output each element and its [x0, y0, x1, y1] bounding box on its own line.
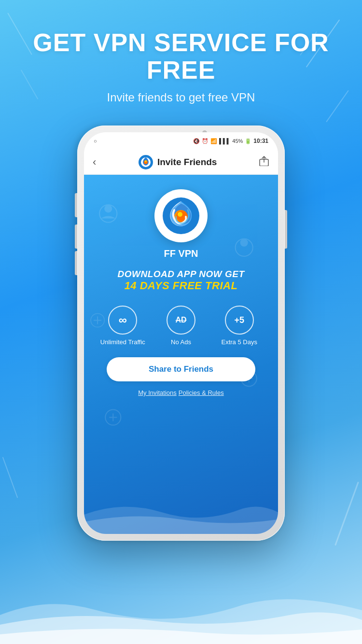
infinity-icon: ∞: [119, 313, 127, 327]
phone-outer: ○ 🔇 ⏰ 📶 ▌▌▌ 45% 🔋 10:31 ‹: [77, 126, 285, 541]
extra-days-label: Extra 5 Days: [221, 338, 257, 346]
app-bottom-wave: [84, 495, 278, 534]
battery-icon: 🔋: [245, 138, 251, 144]
app-logo-circle: [154, 189, 208, 242]
share-button-header[interactable]: [259, 155, 269, 168]
time-display: 10:31: [253, 138, 268, 144]
wifi-icon: 📶: [210, 138, 217, 144]
battery-percentage: 45%: [232, 138, 243, 144]
svg-point-9: [105, 409, 121, 425]
page-bottom-wave: [0, 586, 362, 644]
svg-point-5: [99, 205, 117, 222]
no-ads-icon-circle: AD: [167, 306, 195, 335]
svg-point-3: [145, 160, 147, 162]
main-title: GET VPN SERVICE FOR FREE: [0, 29, 362, 84]
app-header: ‹ Invite Friends: [84, 150, 278, 175]
svg-point-15: [178, 212, 182, 217]
vpn-logo-small: [138, 154, 153, 170]
header-title-group: Invite Friends: [138, 154, 217, 170]
links-row: My Invitations Policies & Rules: [138, 389, 223, 396]
phone-mockup: ○ 🔇 ⏰ 📶 ▌▌▌ 45% 🔋 10:31 ‹: [77, 126, 285, 541]
feature-extra-days: +5 Extra 5 Days: [210, 306, 268, 346]
header-title-text: Invite Friends: [157, 157, 217, 168]
status-bar: ○ 🔇 ⏰ 📶 ▌▌▌ 45% 🔋 10:31: [84, 132, 278, 150]
features-row: ∞ Unlimited Traffic AD No Ads +5: [94, 306, 268, 346]
alarm-icon: ⏰: [202, 138, 209, 144]
extra-days-icon-circle: +5: [225, 306, 254, 335]
share-icon: [259, 155, 269, 166]
subtitle: Invite friends to get free VPN: [0, 91, 362, 104]
promo-line2: 14 DAYS FREE TRIAL: [118, 280, 245, 292]
share-button-label: Share to Friends: [149, 364, 213, 374]
app-content: FF VPN DOWNLOAD APP NOW GET 14 DAYS FREE…: [84, 175, 278, 534]
promo-text: DOWNLOAD APP NOW GET 14 DAYS FREE TRIAL: [118, 269, 245, 292]
feature-no-ads: AD No Ads: [152, 306, 210, 346]
svg-point-6: [104, 205, 112, 212]
share-to-friends-button[interactable]: Share to Friends: [107, 357, 255, 381]
no-ads-icon: AD: [175, 316, 186, 324]
status-left-icon: ○: [94, 138, 97, 144]
my-invitations-link[interactable]: My Invitations: [138, 389, 176, 396]
policies-rules-link[interactable]: Policies & Rules: [179, 389, 224, 396]
promo-line1: DOWNLOAD APP NOW GET: [118, 269, 245, 280]
feature-unlimited-traffic: ∞ Unlimited Traffic: [94, 306, 152, 346]
unlimited-traffic-icon-circle: ∞: [108, 306, 137, 335]
no-ads-label: No Ads: [171, 338, 191, 346]
back-button[interactable]: ‹: [93, 156, 96, 168]
phone-inner: ○ 🔇 ⏰ 📶 ▌▌▌ 45% 🔋 10:31 ‹: [84, 132, 278, 534]
svg-point-8: [240, 239, 248, 247]
mute-icon: 🔇: [193, 138, 200, 144]
app-logo-svg: [162, 196, 200, 235]
top-section: GET VPN SERVICE FOR FREE Invite friends …: [0, 29, 362, 104]
signal-icon: ▌▌▌: [219, 138, 230, 144]
unlimited-traffic-label: Unlimited Traffic: [100, 338, 145, 346]
svg-point-7: [236, 239, 253, 256]
plus5-icon: +5: [234, 315, 244, 325]
status-right: 🔇 ⏰ 📶 ▌▌▌ 45% 🔋 10:31: [193, 138, 268, 144]
app-name: FF VPN: [164, 248, 198, 259]
